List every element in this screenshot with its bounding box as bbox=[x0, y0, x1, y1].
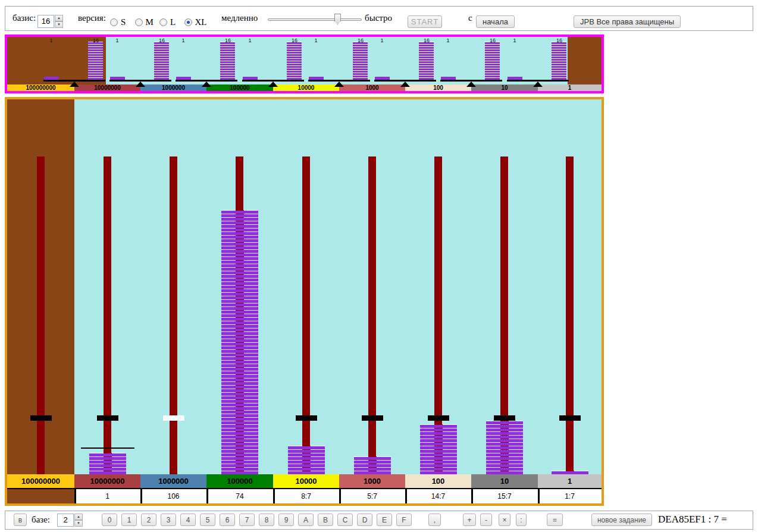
basis-spin-buttons[interactable]: ▲▼ bbox=[55, 15, 63, 28]
column-label: 100000 bbox=[206, 474, 273, 488]
copyright-button[interactable]: JPB Все права защищены bbox=[574, 15, 681, 28]
balance-fulcrum-icon bbox=[533, 82, 543, 87]
radio-icon[interactable] bbox=[159, 18, 167, 26]
level-marker bbox=[163, 415, 184, 421]
disc-stack-rod-gaps bbox=[368, 456, 377, 474]
balance-disc-stack bbox=[88, 42, 103, 80]
version-option-XL[interactable]: XL bbox=[184, 17, 207, 27]
balance-fulcrum-icon bbox=[136, 82, 145, 87]
result-wood-cell bbox=[7, 489, 74, 503]
column-value: 8:7 bbox=[273, 489, 339, 503]
start-button[interactable]: START bbox=[408, 15, 442, 28]
balance-fulcrum-icon bbox=[466, 82, 476, 87]
column-value: 15:7 bbox=[471, 489, 538, 503]
level-marker bbox=[362, 415, 383, 421]
disc-stack-rod-gaps bbox=[104, 453, 112, 474]
version-option-label: XL bbox=[195, 17, 207, 27]
restart-button[interactable]: начала bbox=[476, 15, 515, 28]
spin-up-icon[interactable]: ▲ bbox=[74, 514, 83, 520]
balance-disc-stack bbox=[485, 42, 500, 80]
version-option-S[interactable]: S bbox=[110, 17, 126, 27]
speed-slider[interactable] bbox=[268, 14, 362, 26]
balance-left-count: 1 bbox=[433, 37, 463, 43]
level-marker bbox=[30, 415, 52, 421]
radio-icon[interactable] bbox=[135, 18, 143, 26]
plus-button[interactable]: + bbox=[463, 514, 476, 526]
spin-down-icon[interactable]: ▼ bbox=[55, 21, 63, 28]
balance-right-count: 16 bbox=[544, 37, 574, 43]
balance-fulcrum-icon bbox=[268, 82, 278, 87]
column-label: 1000 bbox=[339, 474, 405, 488]
basis-spinner[interactable]: 16 ▲▼ bbox=[37, 15, 63, 28]
balance-column-label: 100000000 bbox=[7, 85, 74, 91]
digit-button-A[interactable]: A bbox=[298, 514, 314, 526]
disc-stack[interactable] bbox=[354, 456, 391, 474]
disc-stack[interactable] bbox=[89, 453, 126, 474]
balance-column-label: 1000000 bbox=[140, 85, 206, 91]
balance-panel: 1000000001000000010000001000001000010001… bbox=[5, 35, 604, 93]
digit-button-7[interactable]: 7 bbox=[239, 514, 255, 526]
disc-stack[interactable] bbox=[221, 210, 258, 474]
equals-button[interactable]: = bbox=[547, 514, 563, 526]
abacus-rod bbox=[566, 157, 574, 474]
wood-block-right bbox=[568, 37, 602, 85]
disc-stack[interactable] bbox=[420, 424, 457, 474]
digit-button-6[interactable]: 6 bbox=[220, 514, 235, 526]
balance-disc-stack bbox=[353, 42, 368, 80]
version-option-L[interactable]: L bbox=[159, 17, 176, 27]
disc-stack-rod-gaps bbox=[302, 446, 311, 474]
abacus-rod bbox=[104, 157, 111, 474]
balance-left-count: 1 bbox=[301, 37, 331, 43]
digit-button-B[interactable]: B bbox=[318, 514, 333, 526]
spin-up-icon[interactable]: ▲ bbox=[55, 15, 63, 21]
abacus-rod bbox=[302, 157, 310, 474]
balance-column-label: 10000 bbox=[273, 85, 339, 91]
balance-left-count: 1 bbox=[36, 37, 66, 43]
digit-button-4[interactable]: 4 bbox=[180, 514, 196, 526]
digit-button-5[interactable]: 5 bbox=[200, 514, 215, 526]
digit-button-D[interactable]: D bbox=[357, 514, 372, 526]
divide-button[interactable]: : bbox=[516, 514, 527, 526]
radio-icon[interactable] bbox=[110, 18, 118, 26]
disc-stack[interactable] bbox=[486, 421, 523, 474]
column-value: 74 bbox=[206, 489, 273, 503]
level-marker bbox=[97, 415, 118, 421]
digit-button-F[interactable]: F bbox=[396, 514, 412, 526]
comma-button[interactable]: , bbox=[428, 514, 441, 526]
slider-track[interactable] bbox=[268, 18, 362, 21]
column-label: 100 bbox=[405, 474, 471, 488]
disc-stack-rod-gaps bbox=[236, 210, 244, 474]
base-value[interactable]: 2 bbox=[57, 514, 74, 527]
digit-button-3[interactable]: 3 bbox=[161, 514, 176, 526]
version-option-M[interactable]: M bbox=[135, 17, 154, 27]
basis-value[interactable]: 16 bbox=[37, 15, 54, 28]
digit-button-0[interactable]: 0 bbox=[102, 514, 117, 526]
balance-column-label: 100 bbox=[405, 85, 471, 91]
column-value: 106 bbox=[140, 489, 206, 503]
minus-button[interactable]: - bbox=[480, 514, 492, 526]
balance-fulcrum-icon bbox=[70, 82, 79, 87]
column-label: 10 bbox=[471, 474, 538, 488]
digit-button-9[interactable]: 9 bbox=[278, 514, 294, 526]
base-spin-buttons[interactable]: ▲▼ bbox=[74, 514, 83, 527]
balance-left-count: 1 bbox=[235, 37, 265, 43]
spin-down-icon[interactable]: ▼ bbox=[74, 520, 83, 527]
disc-stack[interactable] bbox=[288, 446, 325, 474]
balance-left-count: 1 bbox=[500, 37, 530, 43]
task-text: DEA85EF1 : 7 = bbox=[658, 514, 727, 525]
digit-button-C[interactable]: C bbox=[337, 514, 353, 526]
multiply-button[interactable]: × bbox=[499, 514, 510, 526]
to-base-button[interactable]: в bbox=[14, 514, 27, 526]
radio-icon[interactable] bbox=[184, 18, 192, 26]
new-task-button[interactable]: новое задание bbox=[591, 514, 652, 526]
digit-button-8[interactable]: 8 bbox=[259, 514, 274, 526]
slider-thumb[interactable] bbox=[334, 14, 341, 25]
disc-stack-rod-gaps bbox=[434, 424, 443, 474]
column-label: 1 bbox=[538, 474, 602, 488]
column-label: 10000000 bbox=[74, 474, 140, 488]
digit-button-E[interactable]: E bbox=[377, 514, 392, 526]
digit-button-1[interactable]: 1 bbox=[121, 514, 137, 526]
digit-button-2[interactable]: 2 bbox=[141, 514, 156, 526]
base-label: базе: bbox=[32, 515, 50, 525]
base-spinner[interactable]: 2 ▲▼ bbox=[57, 514, 83, 527]
